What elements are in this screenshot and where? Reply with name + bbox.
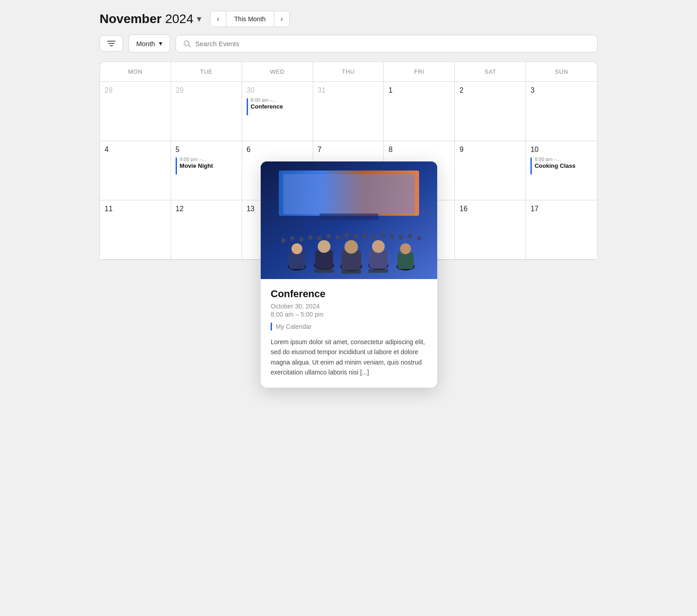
event-content-conference: 8:00 am –... Conference bbox=[251, 97, 308, 111]
calendar-week-1: 28 29 30 8:00 am –... Conference 31 1 bbox=[100, 82, 597, 141]
date-nov-10: 10 bbox=[530, 146, 592, 154]
filter-button[interactable] bbox=[100, 35, 123, 52]
svg-point-17 bbox=[372, 240, 385, 253]
view-label: Month bbox=[136, 40, 155, 47]
year-label: 2024 bbox=[165, 12, 193, 26]
svg-point-29 bbox=[299, 237, 304, 242]
svg-point-11 bbox=[318, 240, 330, 253]
svg-rect-25 bbox=[341, 270, 361, 274]
prev-month-button[interactable]: ‹ bbox=[210, 11, 225, 27]
event-time-movie: 9:00 pm –... bbox=[180, 156, 237, 162]
month-dropdown-icon[interactable]: ▾ bbox=[197, 14, 201, 24]
event-bar-cooking bbox=[530, 157, 532, 175]
view-select[interactable]: Month ▾ bbox=[129, 34, 170, 52]
calendar-grid: MON TUE WED THU FRI SAT SUN 28 29 30 8:0… bbox=[100, 62, 597, 260]
cell-nov-11[interactable]: 11 bbox=[100, 200, 171, 259]
popup-event-time: 8:00 am – 5:00 pm bbox=[271, 311, 427, 318]
svg-rect-24 bbox=[314, 269, 334, 273]
event-popup: Conference October 30, 2024 8:00 am – 5:… bbox=[261, 161, 437, 388]
svg-point-27 bbox=[281, 238, 286, 243]
day-headers: MON TUE WED THU FRI SAT SUN bbox=[100, 62, 597, 82]
date-nov-5: 5 bbox=[176, 146, 237, 154]
event-movie-night[interactable]: 9:00 pm –... Movie Night bbox=[176, 156, 237, 175]
next-month-button[interactable]: › bbox=[274, 11, 289, 27]
cell-nov-16[interactable]: 16 bbox=[455, 200, 526, 259]
svg-point-34 bbox=[344, 233, 349, 237]
svg-point-23 bbox=[400, 243, 411, 254]
cell-nov-9[interactable]: 9 bbox=[455, 141, 526, 200]
cell-oct-28[interactable]: 28 bbox=[100, 82, 171, 141]
navigation-group: ‹ This Month › bbox=[210, 11, 290, 27]
svg-point-33 bbox=[335, 235, 340, 240]
filter-icon bbox=[107, 40, 115, 47]
svg-point-32 bbox=[326, 234, 331, 238]
day-header-wed: WED bbox=[242, 62, 313, 81]
popup-calendar-label: My Calendar bbox=[276, 323, 311, 330]
svg-point-35 bbox=[353, 234, 358, 239]
popup-description: Lorem ipsum dolor sit amet, consectetur … bbox=[271, 337, 427, 378]
event-content-cooking: 8:00 am –... Cooking Class bbox=[535, 156, 592, 170]
day-header-sun: SUN bbox=[526, 62, 597, 81]
date-oct-31: 31 bbox=[318, 86, 379, 95]
date-nov-16: 16 bbox=[459, 205, 521, 213]
date-nov-6: 6 bbox=[247, 146, 308, 154]
event-name-conference: Conference bbox=[251, 103, 308, 111]
cell-nov-17[interactable]: 17 bbox=[526, 200, 597, 259]
day-header-tue: TUE bbox=[171, 62, 242, 81]
cell-nov-5[interactable]: 5 9:00 pm –... Movie Night bbox=[171, 141, 242, 200]
event-conference[interactable]: 8:00 am –... Conference bbox=[247, 97, 308, 115]
month-title: November 2024 ▾ bbox=[100, 12, 201, 26]
date-nov-2: 2 bbox=[459, 86, 521, 95]
toolbar-row: Month ▾ bbox=[100, 34, 597, 52]
day-header-mon: MON bbox=[100, 62, 171, 81]
day-header-sat: SAT bbox=[455, 62, 526, 81]
calendar-container: November 2024 ▾ ‹ This Month › Month ▾ bbox=[100, 11, 597, 260]
svg-rect-7 bbox=[283, 174, 415, 214]
svg-point-14 bbox=[344, 240, 358, 254]
date-nov-1: 1 bbox=[388, 86, 450, 95]
cell-oct-31[interactable]: 31 bbox=[313, 82, 384, 141]
popup-cal-bar bbox=[271, 322, 272, 331]
svg-point-30 bbox=[308, 235, 313, 240]
svg-point-37 bbox=[372, 235, 376, 239]
cell-nov-3[interactable]: 3 bbox=[526, 82, 597, 141]
date-nov-4: 4 bbox=[105, 146, 166, 154]
event-name-movie: Movie Night bbox=[180, 162, 237, 170]
svg-rect-26 bbox=[368, 269, 388, 273]
svg-point-41 bbox=[408, 234, 412, 238]
cell-nov-1[interactable]: 1 bbox=[384, 82, 455, 141]
search-box[interactable] bbox=[176, 35, 597, 52]
month-label: November bbox=[100, 12, 162, 26]
event-bar-movie bbox=[176, 157, 177, 175]
event-content-movie: 9:00 pm –... Movie Night bbox=[180, 156, 237, 170]
svg-line-4 bbox=[188, 45, 190, 47]
svg-rect-19 bbox=[289, 252, 305, 269]
svg-point-36 bbox=[363, 233, 367, 238]
popup-event-title: Conference bbox=[271, 288, 427, 300]
date-nov-17: 17 bbox=[530, 205, 592, 213]
svg-point-40 bbox=[399, 235, 403, 240]
event-time-conference: 8:00 am –... bbox=[251, 97, 308, 103]
search-icon bbox=[183, 40, 191, 47]
search-input[interactable] bbox=[195, 40, 590, 47]
cell-nov-12[interactable]: 12 bbox=[171, 200, 242, 259]
svg-point-38 bbox=[381, 233, 385, 237]
svg-point-20 bbox=[291, 243, 302, 254]
cell-oct-29[interactable]: 29 bbox=[171, 82, 242, 141]
date-nov-3: 3 bbox=[530, 86, 592, 95]
svg-point-39 bbox=[390, 234, 394, 239]
svg-point-28 bbox=[290, 236, 295, 241]
this-month-label[interactable]: This Month bbox=[226, 12, 274, 26]
event-cooking-class[interactable]: 8:00 am –... Cooking Class bbox=[530, 156, 592, 175]
popup-image bbox=[261, 161, 437, 279]
cell-nov-10[interactable]: 10 8:00 am –... Cooking Class bbox=[526, 141, 597, 200]
event-name-cooking: Cooking Class bbox=[535, 162, 592, 170]
cell-oct-30[interactable]: 30 8:00 am –... Conference bbox=[242, 82, 313, 141]
day-header-thu: THU bbox=[313, 62, 384, 81]
cell-nov-4[interactable]: 4 bbox=[100, 141, 171, 200]
popup-card: Conference October 30, 2024 8:00 am – 5:… bbox=[261, 161, 437, 388]
event-time-cooking: 8:00 am –... bbox=[535, 156, 592, 162]
conference-image-svg bbox=[261, 161, 437, 279]
date-oct-30: 30 bbox=[247, 86, 308, 95]
cell-nov-2[interactable]: 2 bbox=[455, 82, 526, 141]
